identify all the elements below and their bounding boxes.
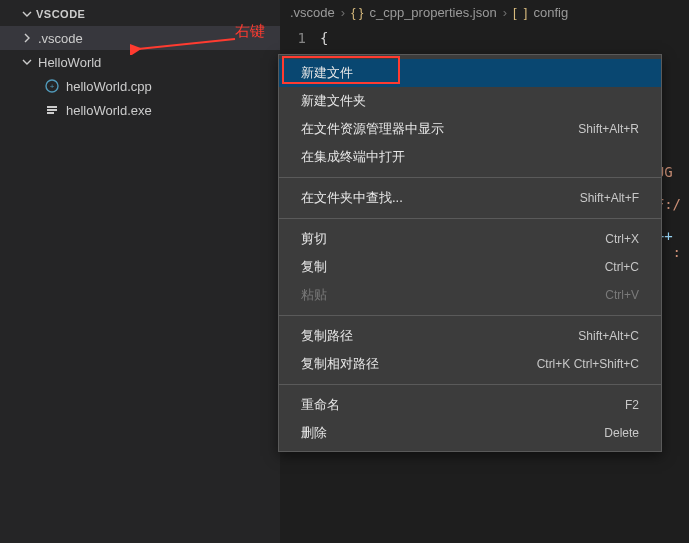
file-label: helloWorld.cpp (66, 79, 152, 94)
chevron-down-icon (22, 57, 32, 67)
menu-label: 在集成终端中打开 (301, 148, 405, 166)
tree-file-cpp[interactable]: + helloWorld.cpp (0, 74, 280, 98)
menu-label: 新建文件 (301, 64, 353, 82)
menu-item-cut[interactable]: 剪切 Ctrl+X (279, 225, 661, 253)
menu-shortcut: Ctrl+C (605, 260, 639, 274)
menu-shortcut: Ctrl+V (605, 288, 639, 302)
menu-label: 复制 (301, 258, 327, 276)
menu-shortcut: F2 (625, 398, 639, 412)
code-editor[interactable]: 1 { BUG n" "F:/ ", C++ e" : (280, 24, 689, 46)
menu-item-copy[interactable]: 复制 Ctrl+C (279, 253, 661, 281)
chevron-down-icon (22, 9, 32, 19)
tree-file-exe[interactable]: helloWorld.exe (0, 98, 280, 122)
tree-folder-helloworld[interactable]: HelloWorld (0, 50, 280, 74)
menu-label: 剪切 (301, 230, 327, 248)
svg-rect-3 (47, 109, 57, 111)
menu-item-find-in-folder[interactable]: 在文件夹中查找... Shift+Alt+F (279, 184, 661, 212)
folder-label: HelloWorld (38, 55, 101, 70)
folder-label: .vscode (38, 31, 83, 46)
line-number: 1 (280, 30, 320, 46)
breadcrumb-part: c_cpp_properties.json (369, 5, 496, 20)
menu-item-copy-relative-path[interactable]: 复制相对路径 Ctrl+K Ctrl+Shift+C (279, 350, 661, 378)
exe-file-icon (44, 102, 60, 118)
annotation-text: 右键 (235, 22, 265, 41)
menu-label: 重命名 (301, 396, 340, 414)
svg-rect-2 (47, 106, 57, 108)
menu-item-reveal-explorer[interactable]: 在文件资源管理器中显示 Shift+Alt+R (279, 115, 661, 143)
bracket-icon: [ ] (513, 5, 527, 20)
menu-shortcut: Shift+Alt+R (578, 122, 639, 136)
breadcrumb-part: config (533, 5, 568, 20)
menu-label: 复制路径 (301, 327, 353, 345)
explorer-sidebar: VSCODE .vscode HelloWorld + helloWorld.c… (0, 0, 280, 543)
cpp-file-icon: + (44, 78, 60, 94)
menu-label: 复制相对路径 (301, 355, 379, 373)
menu-label: 新建文件夹 (301, 92, 366, 110)
menu-label: 删除 (301, 424, 327, 442)
menu-label: 在文件夹中查找... (301, 189, 403, 207)
context-menu: 新建文件 新建文件夹 在文件资源管理器中显示 Shift+Alt+R 在集成终端… (278, 54, 662, 452)
menu-item-new-file[interactable]: 新建文件 (279, 59, 661, 87)
menu-item-rename[interactable]: 重命名 F2 (279, 391, 661, 419)
menu-item-paste: 粘贴 Ctrl+V (279, 281, 661, 309)
project-title: VSCODE (36, 8, 85, 20)
menu-label: 粘贴 (301, 286, 327, 304)
menu-item-copy-path[interactable]: 复制路径 Shift+Alt+C (279, 322, 661, 350)
menu-shortcut: Shift+Alt+F (580, 191, 639, 205)
chevron-right-icon: › (503, 5, 507, 20)
menu-item-open-terminal[interactable]: 在集成终端中打开 (279, 143, 661, 171)
menu-separator (279, 218, 661, 219)
json-braces-icon: { } (351, 5, 363, 20)
menu-separator (279, 177, 661, 178)
menu-item-delete[interactable]: 删除 Delete (279, 419, 661, 447)
menu-shortcut: Delete (604, 426, 639, 440)
code-text: { (320, 30, 328, 46)
menu-separator (279, 315, 661, 316)
menu-label: 在文件资源管理器中显示 (301, 120, 444, 138)
file-label: helloWorld.exe (66, 103, 152, 118)
svg-text:+: + (50, 82, 55, 91)
menu-shortcut: Ctrl+K Ctrl+Shift+C (537, 357, 639, 371)
menu-item-new-folder[interactable]: 新建文件夹 (279, 87, 661, 115)
chevron-right-icon: › (341, 5, 345, 20)
breadcrumb[interactable]: .vscode › { } c_cpp_properties.json › [ … (280, 0, 689, 24)
menu-shortcut: Shift+Alt+C (578, 329, 639, 343)
svg-rect-4 (47, 112, 54, 114)
menu-separator (279, 384, 661, 385)
breadcrumb-part: .vscode (290, 5, 335, 20)
menu-shortcut: Ctrl+X (605, 232, 639, 246)
chevron-right-icon (22, 33, 32, 43)
